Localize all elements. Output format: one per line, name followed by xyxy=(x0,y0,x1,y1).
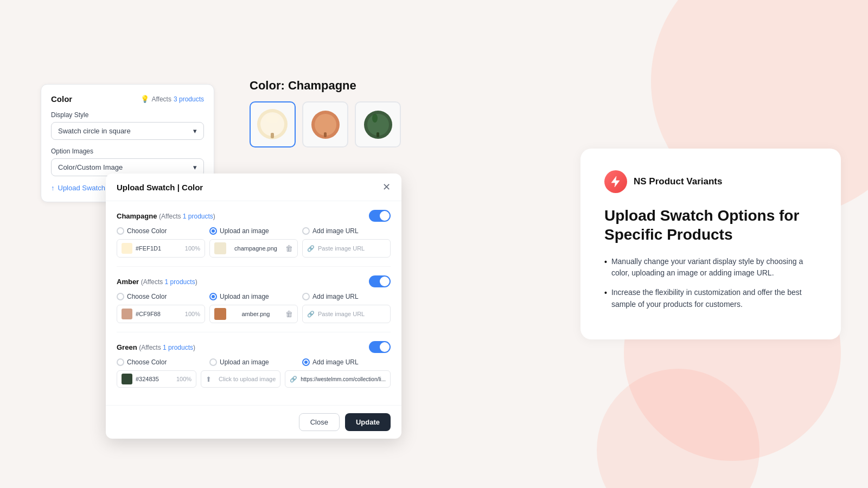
upload-image-label: Upload an image xyxy=(220,227,269,235)
info-bullets: Manually change your variant display sty… xyxy=(604,256,817,311)
option-images-label: Option Images xyxy=(51,147,204,155)
amber-affects: (Affects 1 products) xyxy=(141,278,197,286)
radio-upload-image-amber[interactable] xyxy=(209,293,217,300)
green-url-box[interactable]: 🔗 https://westelmm.com/collection/li... xyxy=(285,370,391,388)
green-hex: #324835 xyxy=(136,376,159,382)
champagne-choose-color[interactable]: Choose Color xyxy=(117,227,205,235)
brand-logo xyxy=(604,170,627,193)
variant-section-green: Green (Affects 1 products) Choose Color xyxy=(117,341,391,396)
delete-champagne-icon[interactable]: 🗑 xyxy=(285,244,293,253)
radio-add-url-green[interactable] xyxy=(302,358,310,366)
bullet-1-text: Manually change your variant display sty… xyxy=(611,256,817,279)
delete-amber-icon[interactable]: 🗑 xyxy=(285,310,293,318)
preview-area: Color: Champagne xyxy=(250,79,401,147)
green-upload-placeholder: Click to upload image xyxy=(219,376,276,382)
choose-color-label-green: Choose Color xyxy=(127,358,167,366)
amber-percent: 100% xyxy=(185,311,200,317)
radio-add-url-amber[interactable] xyxy=(302,293,310,300)
champagne-percent: 100% xyxy=(185,245,200,252)
svg-rect-6 xyxy=(324,132,327,137)
swatch-item-champagne[interactable] xyxy=(250,101,296,147)
amber-toggle[interactable] xyxy=(369,275,391,287)
link-icon-green: 🔗 xyxy=(290,376,297,383)
bulb-icon: 💡 xyxy=(141,95,149,103)
green-choose-color[interactable]: Choose Color xyxy=(117,358,205,366)
champagne-toggle[interactable] xyxy=(369,210,391,222)
green-toggle[interactable] xyxy=(369,341,391,353)
amber-filename: amber.png xyxy=(242,311,270,317)
display-style-value: Swatch circle in square xyxy=(58,127,131,135)
variant-section-champagne: Champagne (Affects 1 products) Choose Co… xyxy=(117,210,391,267)
upload-swatch-modal: Upload Swatch | Color ✕ Champagne (Affec… xyxy=(106,174,401,439)
bullet-1: Manually change your variant display sty… xyxy=(604,256,817,279)
option-images-value: Color/Custom Image xyxy=(58,163,123,171)
radio-choose-color-amber[interactable] xyxy=(117,293,124,300)
amber-file-box[interactable]: amber.png 🗑 xyxy=(209,305,298,323)
green-affects: (Affects 1 products) xyxy=(139,344,195,351)
amber-visual xyxy=(303,102,347,146)
green-file-box[interactable]: ⬆ Click to upload image xyxy=(201,370,280,388)
champagne-lamp-svg xyxy=(255,107,290,142)
update-button[interactable]: Update xyxy=(345,413,391,431)
champagne-color-preview xyxy=(122,243,132,254)
green-url-value: https://westelmm.com/collection/li... xyxy=(301,376,386,382)
amber-url-placeholder: Paste image URL xyxy=(318,311,365,317)
display-style-label: Display Style xyxy=(51,111,204,119)
radio-choose-color-green[interactable] xyxy=(117,358,124,366)
green-value-row: #324835 100% ⬆ Click to upload image 🔗 h… xyxy=(117,370,391,388)
left-section: Color 💡 Affects 3 products Display Style… xyxy=(0,0,553,488)
bullet-2: Increase the flexibility in customizatio… xyxy=(604,287,817,310)
radio-choose-color-champagne[interactable] xyxy=(117,227,124,235)
upload-icon: ↑ xyxy=(51,184,55,192)
color-panel-title: Color xyxy=(51,94,72,104)
green-add-url[interactable]: Add image URL xyxy=(302,358,391,366)
champagne-add-url[interactable]: Add image URL xyxy=(302,227,391,235)
svg-rect-2 xyxy=(271,133,274,138)
champagne-url-placeholder: Paste image URL xyxy=(318,245,365,252)
color-panel-header: Color 💡 Affects 3 products xyxy=(51,94,204,104)
upload-swatch-button[interactable]: ↑ Upload Swatch xyxy=(51,184,105,192)
green-upload-image[interactable]: Upload an image xyxy=(209,358,298,366)
modal-close-button[interactable]: ✕ xyxy=(382,182,391,192)
radio-upload-image-green[interactable] xyxy=(209,358,217,366)
amber-add-url[interactable]: Add image URL xyxy=(302,293,391,300)
choose-color-label: Choose Color xyxy=(127,227,167,235)
amber-choose-color[interactable]: Choose Color xyxy=(117,293,205,300)
upload-icon-green: ⬆ xyxy=(206,375,212,383)
radio-add-url-champagne[interactable] xyxy=(302,227,310,235)
chevron-down-icon: ▾ xyxy=(193,127,197,135)
display-style-dropdown[interactable]: Swatch circle in square ▾ xyxy=(51,122,204,140)
amber-url-box[interactable]: 🔗 Paste image URL xyxy=(302,305,391,323)
amber-color-box: #CF9F88 100% xyxy=(117,305,205,323)
variant-header-champagne: Champagne (Affects 1 products) xyxy=(117,210,391,222)
affects-label: Affects xyxy=(151,95,171,103)
champagne-upload-image[interactable]: Upload an image xyxy=(209,227,298,235)
amber-upload-image[interactable]: Upload an image xyxy=(209,293,298,300)
champagne-thumb xyxy=(214,242,226,254)
variant-header-amber: Amber (Affects 1 products) xyxy=(117,275,391,287)
info-card: NS Product Variants Upload Swatch Option… xyxy=(580,149,841,340)
main-container: Color 💡 Affects 3 products Display Style… xyxy=(0,0,868,488)
preview-title: Color: Champagne xyxy=(250,79,401,93)
close-button[interactable]: Close xyxy=(299,413,340,431)
lightning-icon xyxy=(609,175,622,188)
amber-lamp-svg xyxy=(309,108,342,141)
amber-options-row: Choose Color Upload an image Add image U… xyxy=(117,293,391,300)
champagne-url-box[interactable]: 🔗 Paste image URL xyxy=(302,239,391,258)
swatch-item-amber[interactable] xyxy=(302,101,348,147)
green-percent: 100% xyxy=(176,376,192,382)
green-color-box: #324835 100% xyxy=(117,370,196,388)
swatch-item-green[interactable] xyxy=(355,101,401,147)
champagne-options-row: Choose Color Upload an image Add image U… xyxy=(117,227,391,235)
affects-link[interactable]: 3 products xyxy=(174,95,204,103)
link-icon-amber: 🔗 xyxy=(307,311,315,318)
modal-overlay: Upload Swatch | Color ✕ Champagne (Affec… xyxy=(106,174,401,439)
amber-value-row: #CF9F88 100% amber.png 🗑 🔗 Paste image U… xyxy=(117,305,391,323)
champagne-affects: (Affects 1 products) xyxy=(159,213,215,220)
svg-point-3 xyxy=(266,114,279,123)
radio-upload-image-champagne[interactable] xyxy=(209,227,217,235)
green-options-row: Choose Color Upload an image Add image U… xyxy=(117,358,391,366)
champagne-file-box[interactable]: champagne.png 🗑 xyxy=(209,239,298,258)
champagne-variant-name: Champagne (Affects 1 products) xyxy=(117,212,215,220)
affects-badge: 💡 Affects 3 products xyxy=(141,95,204,103)
